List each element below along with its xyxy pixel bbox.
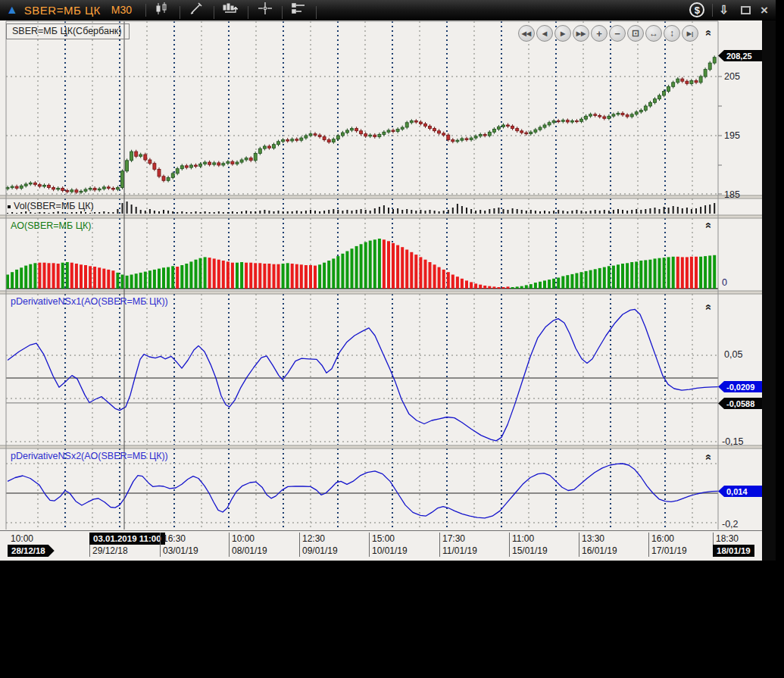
- time-axis: 10:0028/12/1803.01.2019 11:0029/12/1816:…: [0, 530, 762, 561]
- chart-type-icon[interactable]: [151, 1, 174, 17]
- collapse-d2-panel-icon[interactable]: «: [704, 454, 715, 460]
- time-axis-time-label: 10:00: [11, 533, 33, 544]
- time-axis-tick: [648, 533, 649, 557]
- ao-panel-label: AO(SBER=МБ ЦК): [11, 220, 91, 231]
- time-axis-date-label: 08/01/19: [232, 545, 267, 556]
- time-axis-tick: [299, 533, 300, 557]
- collapse-price-panel-icon[interactable]: «: [704, 30, 715, 36]
- volume-panel-label: Vol(SBER=МБ ЦК): [14, 201, 94, 211]
- time-axis-tick: [579, 533, 579, 557]
- time-axis-time-label: 13:30: [582, 533, 604, 544]
- crosshair-icon[interactable]: [254, 1, 276, 17]
- time-axis-date-label: 17/01/19: [651, 545, 687, 556]
- d1-upper-label: 0,05: [724, 349, 742, 360]
- chart-area: SBER=МБ ЦК(Сбербанк) ◀◀◀▶▶▶+−⊡↔↕▶| « « «…: [0, 20, 776, 561]
- ao-zero-label: 0: [722, 277, 727, 288]
- draw-icon[interactable]: [186, 1, 208, 17]
- time-axis-time-label: 15:00: [372, 533, 395, 544]
- toolbar-separator: [248, 6, 248, 19]
- zoom-out-button[interactable]: −: [609, 25, 626, 42]
- d1-panel-label: pDerivativeNSx1(AO(SBER=МБ ЦК)): [11, 296, 168, 307]
- time-axis-date-label: 10/01/19: [372, 545, 408, 556]
- date-badge: 18/01/19: [713, 545, 754, 557]
- scroll-start-button[interactable]: ◀◀: [518, 25, 535, 42]
- chart-navigation-toolbar: ◀◀◀▶▶▶+−⊡↔↕▶|: [518, 25, 700, 42]
- toolbar-tools: [151, 1, 321, 18]
- toolbar-separator: [180, 6, 180, 19]
- desktop-background: ▲ SBER=МБ ЦК M30 $ ⇩ × SBER=МБ ЦК(Сберба…: [0, 0, 784, 678]
- time-axis-date-label: 16/01/19: [582, 545, 617, 556]
- time-axis-tick: [439, 533, 440, 557]
- chart-title-box: SBER=МБ ЦК(Сбербанк): [6, 23, 130, 39]
- scroll-end-button[interactable]: ▶▶: [573, 25, 589, 42]
- time-axis-time-label: 11:00: [512, 533, 534, 544]
- date-badge: 28/12/18: [8, 545, 55, 557]
- d2-lower-label: -0,2: [722, 519, 739, 530]
- titlebar-right: $ ⇩ ×: [689, 2, 771, 17]
- toolbar-separator: [712, 4, 713, 17]
- time-axis-time-label: 16:30: [163, 533, 186, 544]
- time-axis-tick: [160, 533, 161, 557]
- d2-panel-label: pDerivativeNSx2(AO(SBER=МБ ЦК)): [11, 451, 168, 461]
- trading-app-window: ▲ SBER=МБ ЦК M30 $ ⇩ × SBER=МБ ЦК(Сберба…: [0, 0, 776, 561]
- account-currency-button[interactable]: $: [689, 2, 704, 17]
- restore-window-button[interactable]: [741, 6, 751, 14]
- toolbar-separator: [214, 6, 214, 19]
- go-to-last-button[interactable]: ▶|: [682, 25, 698, 42]
- collapse-d1-panel-icon[interactable]: «: [704, 304, 715, 310]
- toolbar-separator: [145, 4, 146, 17]
- app-logo-icon: ▲: [6, 4, 18, 16]
- levels-icon[interactable]: [288, 1, 311, 17]
- compress-horizontal-button[interactable]: ↔: [645, 25, 662, 42]
- time-axis-time-label: 17:30: [442, 533, 465, 544]
- price-level-label: 205: [724, 71, 740, 82]
- time-axis-date-label: 11/01/19: [442, 545, 477, 556]
- indicators-icon[interactable]: [220, 1, 242, 17]
- time-axis-tick: [229, 533, 230, 557]
- scroll-right-button[interactable]: ▶: [554, 25, 571, 42]
- symbol-title: SBER=МБ ЦК: [24, 4, 101, 17]
- time-axis-date-label: 03/01/19: [163, 545, 198, 556]
- time-axis-time-label: 12:30: [302, 533, 325, 544]
- toolbar-separator: [316, 6, 317, 19]
- price-level-label: 195: [724, 130, 740, 141]
- right-edge-strip: [762, 20, 776, 561]
- compress-vertical-button[interactable]: ↕: [664, 25, 680, 42]
- time-axis-date-label: 15/01/19: [512, 545, 548, 556]
- volume-legend-marker: [8, 205, 11, 208]
- d1-level-badge: -0,0588: [718, 398, 762, 409]
- chart-canvas[interactable]: [0, 20, 762, 561]
- d1-lower-label: -0,15: [722, 436, 744, 447]
- zoom-in-button[interactable]: +: [591, 25, 608, 42]
- titlebar: ▲ SBER=МБ ЦК M30 $ ⇩ ×: [0, 0, 776, 20]
- time-axis-time-label: 18:30: [716, 533, 739, 544]
- collapse-ao-panel-icon[interactable]: «: [704, 222, 715, 228]
- price-level-label: 185: [724, 189, 740, 200]
- scroll-left-button[interactable]: ◀: [536, 25, 553, 42]
- current-price-badge: 208,25: [718, 50, 762, 61]
- minimize-arrow-icon[interactable]: ⇩: [719, 3, 729, 17]
- toolbar-separator: [282, 6, 283, 19]
- timeframe-label: M30: [111, 4, 132, 16]
- time-axis-tick: [369, 533, 370, 557]
- time-axis-date-label: 09/01/19: [302, 545, 338, 556]
- time-axis-time-label: 10:00: [232, 533, 255, 544]
- close-window-button[interactable]: ×: [761, 4, 768, 17]
- zoom-area-button[interactable]: ⊡: [627, 25, 644, 42]
- time-axis-time-label: 16:00: [651, 533, 674, 544]
- d2-value-badge: 0,014: [718, 486, 762, 497]
- time-axis-date-label: 29/12/18: [92, 545, 128, 556]
- time-axis-tick: [509, 533, 510, 557]
- d1-value-badge: -0,0209: [718, 381, 762, 392]
- cursor-datetime-badge: 03.01.2019 11:00: [89, 533, 165, 545]
